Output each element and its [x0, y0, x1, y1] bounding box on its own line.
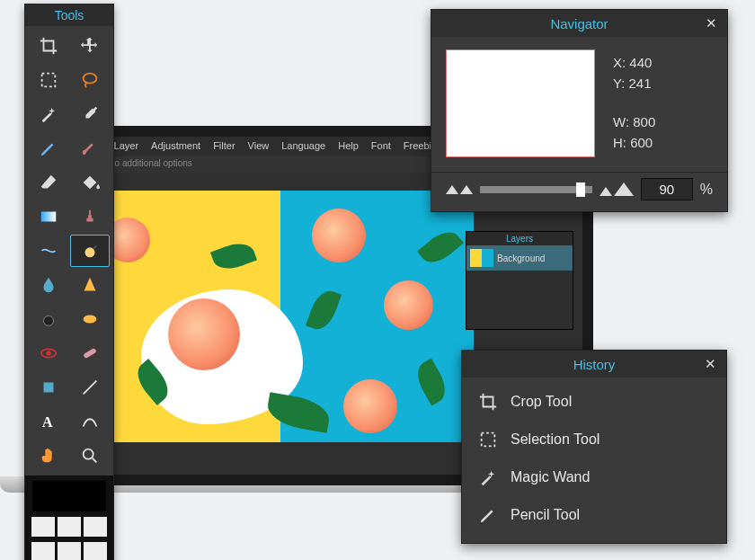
svg-rect-12: [482, 433, 495, 447]
smudge-tool[interactable]: [29, 235, 68, 267]
svg-rect-9: [44, 383, 54, 393]
h-label: H:: [613, 135, 626, 150]
tools-panel: Tools A: [24, 4, 114, 560]
layer-row[interactable]: Background: [466, 245, 573, 271]
text-tool[interactable]: A: [29, 405, 68, 438]
eraser-tool[interactable]: [29, 166, 68, 199]
shape-tool[interactable]: [29, 371, 68, 404]
svg-text:A: A: [42, 413, 53, 431]
svg-point-7: [46, 351, 51, 356]
zoom-tool[interactable]: [70, 440, 110, 472]
marquee-tool[interactable]: [29, 64, 68, 96]
foreground-color[interactable]: [32, 481, 106, 511]
canvas[interactable]: [87, 191, 474, 442]
swatch[interactable]: [84, 517, 107, 537]
h-value: 600: [630, 135, 653, 150]
red-eye-tool[interactable]: [29, 337, 68, 369]
svg-rect-2: [41, 212, 57, 222]
svg-point-11: [84, 449, 93, 459]
svg-point-4: [44, 316, 54, 325]
pencil-icon: [478, 505, 498, 525]
menu-item[interactable]: Adjustment: [151, 140, 200, 153]
color-swatches: [25, 476, 113, 560]
navigator-thumbnail[interactable]: [446, 49, 595, 157]
swatch[interactable]: [84, 542, 107, 560]
move-tool[interactable]: [70, 30, 110, 62]
sharpen-tool[interactable]: [70, 269, 110, 301]
y-label: Y:: [613, 76, 625, 91]
magic-wand-tool[interactable]: [29, 98, 68, 130]
bucket-tool[interactable]: [70, 166, 110, 199]
heal-tool[interactable]: [70, 337, 110, 369]
menu-item[interactable]: Filter: [213, 140, 235, 153]
blur-tool[interactable]: [29, 269, 68, 301]
history-item-magic-wand[interactable]: Magic Wand: [471, 458, 717, 496]
x-value: 440: [629, 55, 652, 70]
layer-thumb: [470, 249, 493, 267]
history-title: History: [573, 357, 616, 372]
zoom-value[interactable]: 90: [641, 178, 693, 200]
crop-tool[interactable]: [29, 30, 68, 62]
swatch[interactable]: [31, 542, 55, 560]
gradient-tool[interactable]: [29, 200, 68, 233]
svg-point-5: [84, 315, 97, 323]
zoom-slider[interactable]: [480, 186, 592, 193]
history-item-label: Crop Tool: [511, 394, 572, 410]
clone-stamp-tool[interactable]: [70, 200, 110, 233]
layers-panel[interactable]: Layers Background: [466, 231, 573, 330]
svg-rect-0: [42, 74, 56, 87]
brush-tool[interactable]: [70, 132, 110, 164]
history-panel: History ✕ Crop Tool Selection Tool Magic…: [461, 350, 727, 544]
line-tool[interactable]: [70, 371, 110, 404]
hand-tool[interactable]: [29, 440, 68, 472]
crop-icon: [478, 392, 498, 412]
swatch[interactable]: [58, 517, 81, 537]
menu-item[interactable]: Font: [371, 140, 391, 153]
menu-item[interactable]: Language: [281, 140, 325, 153]
selection-icon: [478, 430, 498, 449]
y-value: 241: [629, 76, 652, 91]
w-value: 800: [633, 114, 655, 129]
percent-label: %: [700, 182, 713, 198]
color-picker-tool[interactable]: [70, 98, 110, 130]
close-icon[interactable]: ✕: [702, 14, 720, 32]
menu-item[interactable]: Help: [338, 140, 359, 153]
swatch[interactable]: [58, 542, 81, 560]
history-item-pencil[interactable]: Pencil Tool: [471, 496, 717, 534]
history-item-label: Magic Wand: [511, 469, 590, 485]
path-tool[interactable]: [70, 405, 110, 438]
menu-item[interactable]: Layer: [114, 140, 139, 153]
close-icon[interactable]: ✕: [701, 355, 719, 373]
svg-point-1: [84, 74, 97, 84]
history-item-label: Selection Tool: [511, 431, 600, 448]
x-label: X:: [613, 55, 626, 70]
w-label: W:: [613, 114, 629, 129]
navigator-info: X: 440 Y: 241 W: 800 H: 600: [613, 49, 655, 163]
dodge-tool[interactable]: [70, 235, 110, 267]
sponge-tool[interactable]: [70, 303, 110, 335]
history-item-selection[interactable]: Selection Tool: [471, 421, 717, 458]
swatch[interactable]: [31, 517, 55, 537]
navigator-panel: Navigator ✕ X: 440 Y: 241 W: 800 H: 600 …: [431, 9, 728, 212]
tools-panel-title: Tools: [25, 4, 113, 26]
magic-wand-icon: [478, 467, 498, 487]
layers-panel-title: Layers: [466, 232, 573, 245]
lasso-tool[interactable]: [70, 64, 110, 96]
zoom-in-icon[interactable]: [600, 182, 634, 196]
history-item-crop[interactable]: Crop Tool: [471, 383, 717, 421]
layer-name: Background: [497, 253, 545, 263]
zoom-out-icon[interactable]: [446, 185, 473, 194]
svg-rect-8: [83, 348, 96, 359]
menu-item[interactable]: View: [248, 140, 270, 153]
history-item-label: Pencil Tool: [511, 507, 580, 523]
burn-tool[interactable]: [29, 303, 68, 335]
navigator-title: Navigator: [550, 16, 608, 31]
pencil-tool[interactable]: [29, 132, 68, 164]
